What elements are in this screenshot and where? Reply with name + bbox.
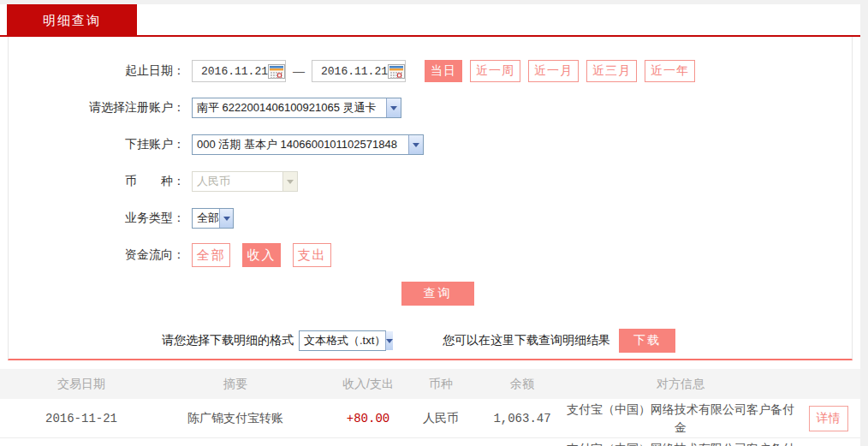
quick-range-month-button[interactable]: 近一月 [528, 60, 579, 82]
register-account-select[interactable]: 南平 6222001406100921065 灵通卡 [192, 98, 401, 118]
download-format-value: 文本格式（.txt） [304, 333, 385, 348]
date-range-row: 起止日期： 2016.11.21 [9, 60, 852, 82]
date-range-label: 起止日期： [9, 63, 185, 79]
business-type-row: 业务类型： 全部 [9, 207, 852, 229]
business-type-value: 全部 [197, 211, 219, 226]
header-income-expense: 收入/支出 [334, 377, 402, 392]
quick-range-week-button[interactable]: 近一周 [470, 60, 520, 82]
content-page: 明细查询 起止日期： 2016.11.21 [0, 4, 860, 446]
business-type-select[interactable]: 全部 [192, 208, 234, 229]
register-account-value: 南平 6222001406100921065 灵通卡 [197, 100, 377, 116]
table-row: 2016-11-21 陈广锦支付宝转账 +80.00 人民币 1,063.47 … [0, 399, 860, 438]
download-format-label: 请您选择下载明细的格式 [162, 333, 294, 348]
end-date-input[interactable]: 2016.11.21 [312, 60, 406, 82]
tab-bar: 明细查询 [0, 4, 860, 37]
cell-trade-date: 2016-11-21 [26, 412, 137, 425]
chevron-down-icon [386, 98, 401, 117]
chevron-down-icon [385, 331, 393, 350]
fund-flow-row: 资金流向： 全部 收入 支出 [9, 244, 852, 266]
calendar-icon[interactable] [388, 64, 405, 79]
detail-button[interactable]: 详情 [809, 406, 848, 431]
sub-account-select[interactable]: 000 活期 基本户 1406600101102571848 [192, 134, 424, 155]
cell-summary: 陈广锦支付宝转账 [137, 411, 334, 426]
query-button-row: 查询 [9, 282, 852, 306]
fund-flow-income-button[interactable]: 收入 [242, 243, 281, 267]
quick-range-3months-button[interactable]: 近三月 [586, 60, 637, 82]
date-separator: — [293, 64, 305, 78]
start-date-value: 2016.11.21 [201, 65, 268, 78]
query-button[interactable]: 查询 [401, 282, 474, 306]
sub-account-row: 下挂账户： 000 活期 基本户 1406600101102571848 [9, 134, 852, 156]
end-date-value: 2016.11.21 [321, 65, 388, 78]
header-counterparty: 对方信息 [565, 375, 796, 393]
download-hint-text: 您可以在这里下载查询明细结果 [443, 333, 610, 348]
fund-flow-all-button[interactable]: 全部 [192, 243, 230, 267]
currency-label: 币 种： [9, 174, 185, 189]
quick-range-year-button[interactable]: 近一年 [645, 60, 695, 82]
currency-value: 人民币 [197, 174, 230, 189]
cell-counterparty: 支付宝（中国）网络技术有限公司客户备付金 [565, 440, 796, 446]
sub-account-value: 000 活期 基本户 1406600101102571848 [197, 137, 397, 152]
results-table: 交易日期 摘要 收入/支出 币种 余额 对方信息 2016-11-21 陈广锦支… [0, 369, 860, 446]
quick-range-today-button[interactable]: 当日 [425, 60, 462, 82]
download-format-select[interactable]: 文本格式（.txt） [299, 330, 386, 351]
start-date-input[interactable]: 2016.11.21 [192, 60, 286, 82]
chevron-down-icon [408, 135, 423, 154]
query-form-panel: 起止日期： 2016.11.21 [8, 37, 853, 360]
currency-select: 人民币 [192, 171, 298, 192]
cell-counterparty: 支付宝（中国）网络技术有限公司客户备付金 [565, 401, 796, 437]
download-button[interactable]: 下载 [619, 329, 675, 353]
cell-amount: +80.00 [334, 412, 402, 425]
download-row: 请您选择下载明细的格式 文本格式（.txt） 您可以在这里下载查询明细结果 下载 [9, 329, 852, 353]
business-type-label: 业务类型： [9, 211, 185, 226]
cell-currency: 人民币 [402, 411, 479, 426]
cell-action: 详情 [796, 406, 860, 431]
sub-account-label: 下挂账户： [9, 137, 185, 152]
header-currency: 币种 [402, 377, 479, 392]
tab-detail-query[interactable]: 明细查询 [7, 4, 137, 37]
header-balance: 余额 [479, 377, 565, 392]
cell-balance: 1,063.47 [479, 412, 565, 425]
register-account-label: 请选择注册账户： [9, 100, 185, 116]
header-trade-date: 交易日期 [26, 377, 137, 392]
table-row: 支付宝（中国）网络技术有限公司客户备付金 [0, 438, 860, 446]
currency-row: 币 种： 人民币 [9, 170, 852, 193]
chevron-down-icon [282, 172, 297, 191]
table-header-row: 交易日期 摘要 收入/支出 币种 余额 对方信息 [0, 369, 860, 399]
fund-flow-label: 资金流向： [9, 247, 185, 263]
calendar-icon[interactable] [268, 64, 285, 79]
fund-flow-expense-button[interactable]: 支出 [293, 243, 331, 267]
register-account-row: 请选择注册账户： 南平 6222001406100921065 灵通卡 [9, 97, 852, 119]
header-summary: 摘要 [137, 377, 334, 392]
chevron-down-icon [219, 209, 233, 228]
